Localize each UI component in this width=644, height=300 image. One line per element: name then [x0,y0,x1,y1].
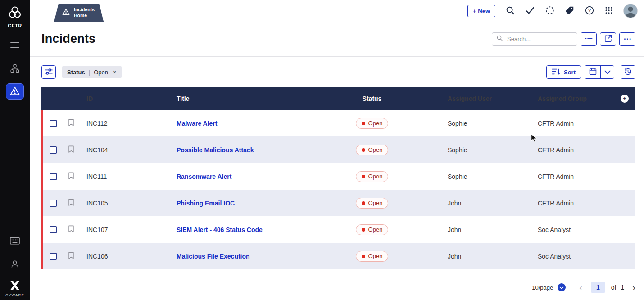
row-checkbox[interactable] [50,120,57,127]
labels-button[interactable] [565,5,575,17]
status-badge: Open [356,118,389,129]
row-checkbox[interactable] [50,173,57,180]
column-header-title: Title [169,95,318,102]
filter-chip-divider: | [89,69,90,76]
help-icon: ? [585,5,594,17]
bookmark-icon[interactable] [68,198,75,208]
search-input[interactable] [506,35,573,43]
tasks-button[interactable] [525,5,535,17]
incident-title-link[interactable]: Possible Malicious Attack [177,146,254,154]
bookmark-icon[interactable] [68,145,75,155]
filter-chip-value: Open [94,69,108,76]
bookmark-icon[interactable] [68,225,75,235]
sort-label: Sort [564,69,576,76]
incident-title-link[interactable]: Malware Alert [177,120,218,127]
table-row[interactable]: INC107 SIEM Alert - 406 Status Code Open… [41,216,635,243]
incident-id: INC112 [79,120,169,127]
dashed-circle-icon [545,5,555,17]
table-row[interactable]: INC111 Ransomware Alert Open Sophie CFTR… [41,163,635,190]
incident-id: INC106 [79,253,169,260]
status-label: Open [368,253,383,259]
status-badge: Open [356,145,389,155]
sync-status-button[interactable] [545,5,555,17]
assigned-group: Soc Analyst [516,226,614,233]
current-page-indicator[interactable]: 1 [591,282,605,293]
global-search-button[interactable] [505,5,515,17]
cyware-logo-icon [9,281,20,292]
tab-label-line1: Incidents [74,7,95,13]
cyware-logo[interactable]: CYWARE [5,281,24,297]
incident-title-link[interactable]: Malicious File Execution [177,253,250,260]
tab-incidents-home[interactable]: Incidents Home [54,4,104,22]
status-dot-icon [362,201,365,205]
table-row[interactable]: INC106 Malicious File Execution Open Joh… [41,243,635,269]
row-checkbox[interactable] [50,200,57,207]
new-button[interactable]: + New [467,5,495,17]
status-badge: Open [356,224,389,235]
history-button[interactable] [621,65,635,79]
sidebar-item-workflows[interactable] [8,61,22,77]
row-checkbox[interactable] [50,253,57,260]
incidents-table: ID Title Status Assigned User Assigned G… [41,87,635,269]
sidebar-item-incidents[interactable] [6,83,24,100]
incident-id: INC104 [79,146,169,154]
per-page-dropdown-button[interactable] [558,283,566,291]
row-checkbox[interactable] [50,146,57,154]
sidebar: CFTR [0,0,30,300]
sort-button[interactable]: Sort [546,65,581,79]
list-view-button[interactable] [581,32,597,46]
status-dot-icon [362,122,365,125]
bookmark-icon[interactable] [68,251,75,261]
per-page-selector[interactable]: 10/page [532,284,553,291]
bookmark-icon[interactable] [68,118,75,128]
page-header-actions: ⋯ [492,32,635,46]
row-checkbox[interactable] [50,226,57,233]
assigned-group: Soc Analyst [516,253,614,260]
bookmark-icon[interactable] [68,172,75,182]
topbar: Incidents Home + New [30,0,644,22]
status-dot-icon [362,255,365,258]
status-label: Open [368,146,383,153]
chevron-down-icon [559,283,564,291]
sidebar-item-console[interactable] [7,234,23,249]
help-button[interactable]: ? [585,5,594,17]
next-page-button[interactable]: › [632,282,635,293]
close-icon[interactable]: ✕ [113,69,117,75]
export-icon [604,34,612,44]
cyware-logo-text: CYWARE [5,293,24,297]
status-dot-icon [362,175,365,178]
assigned-user: John [426,200,516,207]
warning-triangle-icon [10,86,20,97]
status-label: Open [368,226,383,233]
warning-triangle-icon [62,9,70,17]
incident-title-link[interactable]: Ransomware Alert [177,173,231,180]
assigned-user: John [426,226,516,233]
add-column-button[interactable]: + [621,95,629,103]
more-options-button[interactable]: ⋯ [619,32,635,46]
apps-menu-button[interactable] [604,6,613,16]
table-row[interactable]: INC105 Phishing Email IOC Open John CFTR… [41,190,635,216]
column-header-status: Status [318,95,426,102]
column-header-assigned-group: Assigned Group [516,95,614,102]
previous-page-button[interactable]: ‹ [579,282,582,293]
assigned-user: John [426,253,516,260]
incident-title-link[interactable]: SIEM Alert - 406 Status Code [177,226,263,233]
user-avatar[interactable] [623,4,638,18]
status-badge: Open [356,251,389,262]
cftr-logo[interactable]: CFTR [8,5,22,28]
app-root: CFTR [0,0,644,300]
filter-bar: Status | Open ✕ Sort [30,57,644,87]
menu-toggle-button[interactable] [8,39,22,52]
filters-button[interactable] [41,65,56,79]
column-header-assigned-user: Assigned User [426,95,516,102]
main-area: Incidents Home + New [30,0,644,300]
filter-chip-status-open[interactable]: Status | Open ✕ [62,66,122,78]
sidebar-item-profile[interactable] [8,257,22,273]
date-range-dropdown-button[interactable] [600,66,614,78]
export-button[interactable] [600,32,616,46]
table-header: ID Title Status Assigned User Assigned G… [41,87,635,110]
table-row[interactable]: INC104 Possible Malicious Attack Open So… [41,136,635,163]
table-row[interactable]: INC112 Malware Alert Open Sophie CFTR Ad… [41,110,635,136]
incident-title-link[interactable]: Phishing Email IOC [177,200,235,207]
calendar-button[interactable] [585,66,600,78]
